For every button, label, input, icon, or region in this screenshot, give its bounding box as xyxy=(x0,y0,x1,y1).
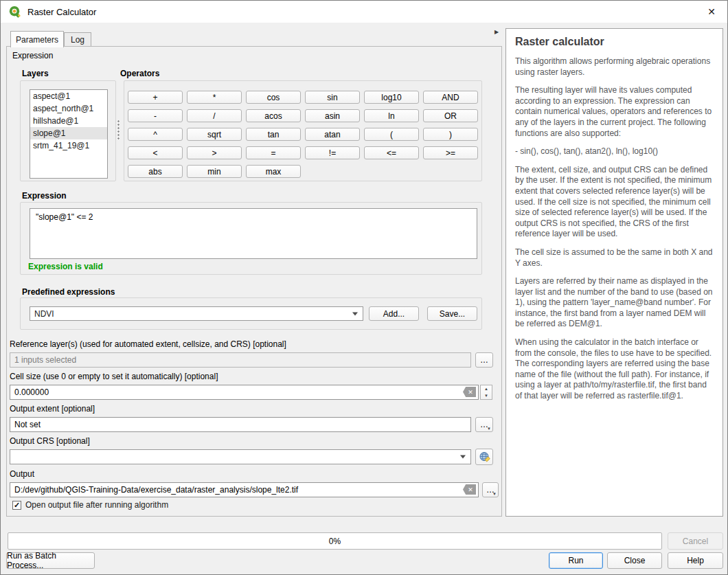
help-paragraph: The extent, cell size, and output CRS ca… xyxy=(515,165,714,240)
cell-size-label: Cell size (use 0 or empty to set it auto… xyxy=(10,372,218,381)
layers-frame: aspect@1 aspect_north@1 hillshade@1 slop… xyxy=(20,80,116,181)
operator-or-button[interactable]: OR xyxy=(423,109,478,122)
layer-item[interactable]: aspect@1 xyxy=(30,90,107,102)
output-crs-label: Output CRS [optional] xyxy=(10,436,90,446)
layers-list[interactable]: aspect@1 aspect_north@1 hillshade@1 slop… xyxy=(30,89,108,179)
operators-grid: + * cos sin log10 AND - / acos asin ln O… xyxy=(128,91,478,178)
progress-bar: 0% xyxy=(8,532,662,550)
operator-power-button[interactable]: ^ xyxy=(128,128,183,141)
add-expression-button[interactable]: Add... xyxy=(369,306,419,321)
help-paragraph: Layers are referred by their name as dis… xyxy=(515,276,714,330)
raster-calculator-dialog: Raster Calculator ✕ Parameters Log Expre… xyxy=(0,0,728,575)
help-paragraph: This algorithm allows performing algebra… xyxy=(515,56,714,78)
operator-divide-button[interactable]: / xyxy=(187,109,242,122)
operator-less-equal-button[interactable]: <= xyxy=(364,146,419,159)
cancel-button: Cancel xyxy=(668,532,723,550)
output-label: Output xyxy=(10,469,34,479)
help-button[interactable]: Help xyxy=(668,552,723,569)
help-paragraph: The resulting layer will have its values… xyxy=(515,85,714,139)
crs-globe-icon xyxy=(479,451,490,463)
corner-caret-icon: ▼ xyxy=(492,492,497,496)
operators-heading: Operators xyxy=(120,69,159,78)
operator-max-button[interactable]: max xyxy=(246,165,301,178)
help-paragraph: The cell size is assumed to be the same … xyxy=(515,247,714,269)
expression-group-label: Expression xyxy=(12,51,53,60)
operator-open-paren-button[interactable]: ( xyxy=(364,128,419,141)
open-output-checkbox[interactable]: ✓ xyxy=(12,501,21,510)
help-panel: Raster calculator This algorithm allows … xyxy=(505,28,723,517)
parameters-panel: Expression Layers aspect@1 aspect_north@… xyxy=(6,46,502,517)
open-output-checkbox-label: Open output file after running algorithm xyxy=(25,500,168,510)
run-as-batch-button[interactable]: Run as Batch Process... xyxy=(6,552,95,569)
help-paragraph: When using the calculator in the batch i… xyxy=(515,337,714,402)
operator-greater-than-button[interactable]: > xyxy=(187,146,242,159)
expression-heading: Expression xyxy=(22,191,67,201)
close-button[interactable]: Close xyxy=(607,552,662,569)
operator-plus-button[interactable]: + xyxy=(128,91,183,104)
tab-log[interactable]: Log xyxy=(64,32,91,47)
operator-cos-button[interactable]: cos xyxy=(246,91,301,104)
operator-less-than-button[interactable]: < xyxy=(128,146,183,159)
select-crs-button[interactable] xyxy=(475,449,493,465)
layer-item[interactable]: srtm_41_19@1 xyxy=(30,139,107,152)
output-crs-select[interactable] xyxy=(10,449,471,464)
run-button[interactable]: Run xyxy=(549,552,603,569)
help-paragraph: - sin(), cos(), tan(), atan2(), ln(), lo… xyxy=(515,146,714,157)
operator-ln-button[interactable]: ln xyxy=(364,109,419,122)
qgis-logo-icon xyxy=(8,5,21,18)
operator-abs-button[interactable]: abs xyxy=(128,165,183,178)
operator-atan-button[interactable]: atan xyxy=(305,128,360,141)
expression-input[interactable]: "slope@1" <= 2 xyxy=(30,208,477,259)
chevron-down-icon xyxy=(460,455,466,459)
help-title: Raster calculator xyxy=(515,36,714,48)
predefined-expressions-heading: Predefined expressions xyxy=(22,287,115,297)
output-extent-label: Output extent [optional] xyxy=(10,404,95,414)
operator-log10-button[interactable]: log10 xyxy=(364,91,419,104)
predefined-expressions-frame: NDVI Add... Save... xyxy=(20,297,482,330)
collapse-help-icon[interactable]: ▶ xyxy=(494,29,499,35)
window-title: Raster Calculator xyxy=(27,7,96,17)
operator-equal-button[interactable]: = xyxy=(246,146,301,159)
corner-caret-icon: ▼ xyxy=(487,427,491,431)
save-expression-button[interactable]: Save... xyxy=(427,306,477,321)
layer-item[interactable]: hillshade@1 xyxy=(30,115,107,127)
open-output-checkbox-row: ✓ Open output file after running algorit… xyxy=(12,500,168,510)
operator-sin-button[interactable]: sin xyxy=(305,91,360,104)
title-bar: Raster Calculator xyxy=(1,1,727,23)
output-browse-button[interactable]: … ▼ xyxy=(482,482,499,497)
chevron-down-icon xyxy=(352,312,358,315)
reference-layers-label: Reference layer(s) (used for automated e… xyxy=(10,339,286,349)
operator-greater-equal-button[interactable]: >= xyxy=(423,146,478,159)
output-extent-browse-button[interactable]: … ▼ xyxy=(475,417,493,432)
layers-heading: Layers xyxy=(22,69,49,78)
expression-valid-message: Expression is valid xyxy=(28,262,103,271)
operator-close-paren-button[interactable]: ) xyxy=(423,128,478,141)
output-extent-field[interactable] xyxy=(10,417,471,432)
operators-frame: + * cos sin log10 AND - / acos asin ln O… xyxy=(124,80,482,181)
expression-frame: "slope@1" <= 2 Expression is valid xyxy=(20,202,482,275)
operator-multiply-button[interactable]: * xyxy=(187,91,242,104)
operator-min-button[interactable]: min xyxy=(187,165,242,178)
spin-up-icon[interactable]: ▲ xyxy=(481,385,492,392)
operator-sqrt-button[interactable]: sqrt xyxy=(187,128,242,141)
spin-down-icon[interactable]: ▼ xyxy=(481,392,492,399)
operator-and-button[interactable]: AND xyxy=(423,91,478,104)
operator-not-equal-button[interactable]: != xyxy=(305,146,360,159)
predefined-expression-value: NDVI xyxy=(34,309,54,319)
cell-size-input[interactable] xyxy=(10,385,479,400)
layer-item-selected[interactable]: slope@1 xyxy=(30,127,107,139)
operator-acos-button[interactable]: acos xyxy=(246,109,301,122)
close-window-button[interactable]: ✕ xyxy=(696,1,727,22)
operator-tan-button[interactable]: tan xyxy=(246,128,301,141)
operator-minus-button[interactable]: - xyxy=(128,109,183,122)
predefined-expression-select[interactable]: NDVI xyxy=(30,306,363,321)
reference-layers-field[interactable] xyxy=(10,352,471,368)
progress-value: 0% xyxy=(329,537,341,546)
splitter-handle[interactable] xyxy=(117,120,120,140)
layer-item[interactable]: aspect_north@1 xyxy=(30,102,107,115)
output-file-input[interactable] xyxy=(10,482,479,497)
tab-parameters[interactable]: Parameters xyxy=(10,31,64,47)
operator-asin-button[interactable]: asin xyxy=(305,109,360,122)
cell-size-stepper[interactable]: ▲ ▼ xyxy=(480,385,492,400)
reference-layers-browse-button[interactable]: … xyxy=(475,352,493,368)
